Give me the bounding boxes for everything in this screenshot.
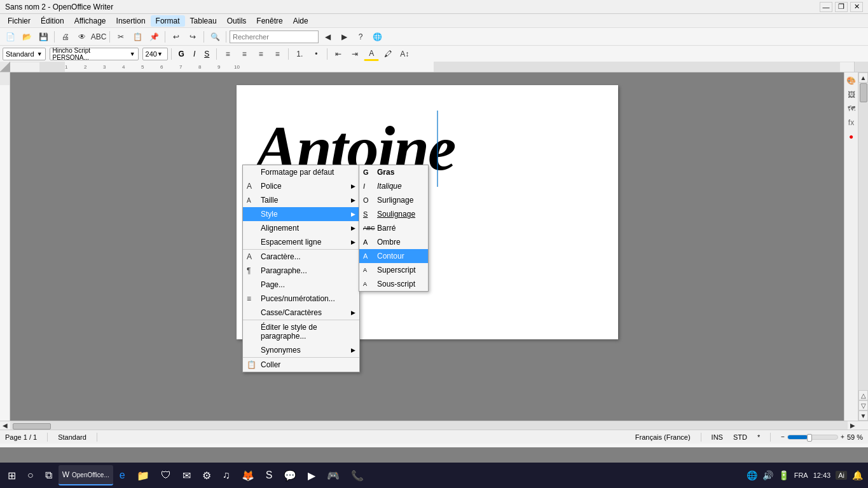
- ctx-taille[interactable]: A Taille: [243, 193, 359, 207]
- scroll-page-down[interactable]: ▽: [858, 400, 868, 410]
- ctx-police[interactable]: A Police: [243, 179, 359, 193]
- highlight-button[interactable]: 🖍: [380, 47, 396, 61]
- ins-status[interactable]: INS: [712, 433, 723, 441]
- size-dropdown[interactable]: 240 ▼: [142, 48, 168, 60]
- ctx-style[interactable]: Style: [243, 207, 359, 221]
- scroll-thumb-v[interactable]: [860, 83, 867, 102]
- find-button[interactable]: 🔍: [207, 30, 223, 44]
- indent-more-button[interactable]: ⇥: [347, 47, 362, 61]
- sub-soulignage[interactable]: S Soulignage: [359, 207, 428, 221]
- ctx-synonymes[interactable]: Synonymes: [243, 343, 359, 357]
- preview-button[interactable]: 👁: [74, 30, 90, 44]
- open-button[interactable]: 📂: [19, 30, 34, 44]
- taskbar-steam[interactable]: S: [261, 464, 278, 487]
- bullets-button[interactable]: •: [308, 47, 324, 61]
- align-center-button[interactable]: ≡: [237, 47, 252, 61]
- close-button[interactable]: ✕: [850, 2, 863, 12]
- zoom-thumb[interactable]: [807, 434, 812, 442]
- search-box[interactable]: [230, 30, 319, 43]
- taskbar-extra2[interactable]: 📞: [346, 464, 369, 487]
- sub-surlignage[interactable]: O Surlignage: [359, 193, 428, 207]
- tray-ai[interactable]: Ai: [836, 471, 847, 480]
- sub-ombre[interactable]: A Ombre: [359, 235, 428, 249]
- start-button[interactable]: ⊞: [3, 464, 21, 487]
- maximize-button[interactable]: ❐: [835, 2, 848, 12]
- ctx-coller[interactable]: 📋 Coller: [243, 357, 359, 372]
- sub-contour[interactable]: A Contour: [359, 249, 428, 263]
- ctx-editer[interactable]: Éditer le style de paragraphe...: [243, 320, 359, 343]
- taskbar-shield[interactable]: 🛡: [156, 464, 176, 487]
- ctx-alignement[interactable]: Alignement: [243, 221, 359, 235]
- scroll-down-arrow[interactable]: ▼: [858, 410, 868, 421]
- ctx-espacement[interactable]: Espacement ligne: [243, 235, 359, 249]
- style-dropdown[interactable]: Standard ▼: [3, 48, 46, 60]
- sub-italique[interactable]: I Italique: [359, 179, 428, 193]
- ctx-puces[interactable]: ≡ Puces/numérotation...: [243, 292, 359, 306]
- menu-affichage[interactable]: Affichage: [69, 15, 111, 27]
- scroll-page-up[interactable]: △: [858, 390, 868, 400]
- tray-battery[interactable]: 🔋: [778, 470, 789, 480]
- sidebar-extra-icon[interactable]: ●: [846, 131, 857, 142]
- undo-button[interactable]: ↩: [169, 30, 184, 44]
- menu-edition[interactable]: Édition: [36, 15, 69, 27]
- cut-button[interactable]: ✂: [113, 30, 128, 44]
- tray-network[interactable]: 🌐: [747, 470, 757, 480]
- menu-outils[interactable]: Outils: [222, 15, 252, 27]
- taskbar-chat[interactable]: 💬: [279, 464, 301, 487]
- indent-less-button[interactable]: ⇤: [331, 47, 346, 61]
- font-color-button[interactable]: A: [364, 47, 379, 61]
- zoom-in-icon[interactable]: +: [841, 433, 844, 440]
- print-button[interactable]: 🖨: [58, 30, 73, 44]
- search-next[interactable]: ▶: [336, 30, 352, 44]
- search-prev[interactable]: ◀: [320, 30, 335, 44]
- sidebar-gallery-icon[interactable]: 🖼: [846, 89, 857, 100]
- char-spacing-button[interactable]: A↕: [397, 47, 412, 61]
- redo-button[interactable]: ↪: [185, 30, 200, 44]
- h-scroll-thumb[interactable]: [13, 423, 51, 430]
- horizontal-scrollbar[interactable]: ◀ ▶: [0, 421, 868, 430]
- menu-tableau[interactable]: Tableau: [185, 15, 222, 27]
- underline-button[interactable]: S: [200, 48, 213, 60]
- scroll-right-arrow[interactable]: ▶: [848, 421, 858, 430]
- align-right-button[interactable]: ≡: [253, 47, 268, 61]
- help-button[interactable]: ?: [353, 30, 368, 44]
- taskbar-app-writer[interactable]: W OpenOffice...: [59, 465, 113, 485]
- italic-button[interactable]: I: [189, 48, 199, 60]
- tray-notifications[interactable]: 🔔: [852, 470, 863, 480]
- sidebar-navigator-icon[interactable]: 🗺: [846, 103, 857, 114]
- document-area[interactable]: Antoine Formatage par défaut A Police A …: [10, 72, 844, 421]
- task-view-button[interactable]: ⧉: [40, 464, 57, 487]
- save-button[interactable]: 💾: [36, 30, 51, 44]
- taskbar-extra1[interactable]: 🎮: [322, 464, 345, 487]
- scroll-up-arrow[interactable]: ▲: [858, 72, 868, 83]
- zoom-out-icon[interactable]: −: [781, 433, 785, 440]
- align-justify-button[interactable]: ≡: [270, 47, 285, 61]
- std-status[interactable]: STD: [733, 433, 747, 441]
- menu-fenetre[interactable]: Fenêtre: [251, 15, 287, 27]
- sub-superscript[interactable]: A Superscript: [359, 263, 428, 277]
- tray-volume[interactable]: 🔊: [762, 470, 773, 480]
- scroll-track-v[interactable]: [858, 83, 868, 390]
- paste-button[interactable]: 📌: [146, 30, 162, 44]
- sub-barre[interactable]: ABC Barré: [359, 221, 428, 235]
- new-button[interactable]: 📄: [3, 30, 18, 44]
- ctx-paragraphe[interactable]: ¶ Paragraphe...: [243, 264, 359, 278]
- sidebar-styles-icon[interactable]: 🎨: [846, 75, 857, 86]
- align-left-button[interactable]: ≡: [220, 47, 235, 61]
- sidebar-functions-icon[interactable]: fx: [846, 117, 857, 128]
- bold-button[interactable]: G: [175, 48, 188, 60]
- ctx-caractere[interactable]: A Caractère...: [243, 249, 359, 264]
- zoom-slider[interactable]: [787, 435, 838, 440]
- taskbar-folder[interactable]: 📁: [132, 464, 155, 487]
- spellcheck-button[interactable]: ABC: [91, 30, 106, 44]
- search-input[interactable]: [233, 33, 315, 41]
- taskbar-firefox[interactable]: 🦊: [237, 464, 259, 487]
- h-scroll-track[interactable]: [10, 421, 848, 430]
- menu-insertion[interactable]: Insertion: [111, 15, 151, 27]
- taskbar-music[interactable]: ♫: [217, 464, 235, 487]
- taskbar-ie[interactable]: e: [114, 464, 130, 487]
- numbering-button[interactable]: 1.: [292, 47, 307, 61]
- taskbar-settings[interactable]: ⚙: [197, 464, 216, 487]
- copy-button[interactable]: 📋: [130, 30, 145, 44]
- minimize-button[interactable]: —: [820, 2, 832, 12]
